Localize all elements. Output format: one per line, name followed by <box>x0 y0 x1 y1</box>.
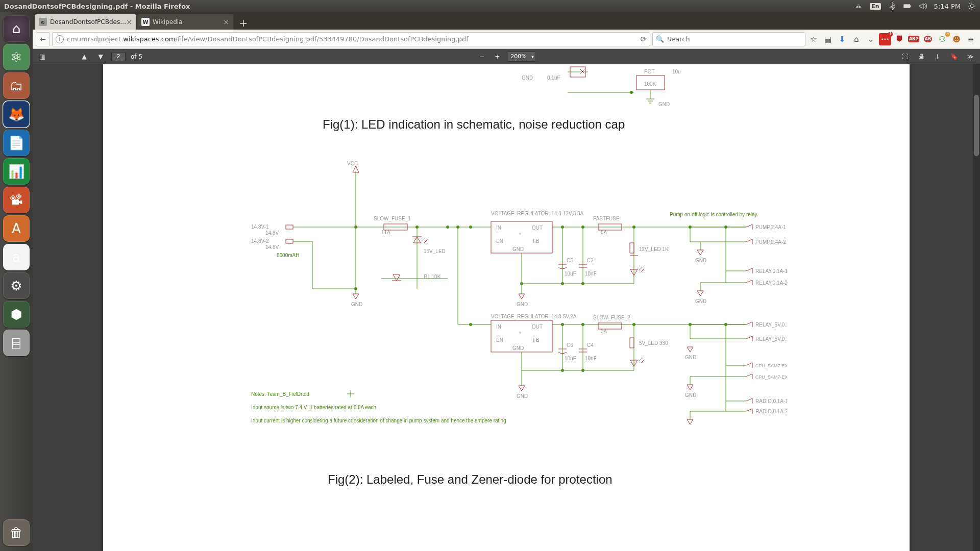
close-icon[interactable]: × <box>223 18 229 26</box>
svg-text:10uF: 10uF <box>565 356 576 361</box>
keyboard-lang[interactable]: En <box>870 3 880 10</box>
svg-text:CPU_SAM7-EXT256OLIMEX,0.8A-2: CPU_SAM7-EXT256OLIMEX,0.8A-2 <box>755 374 787 380</box>
svg-text:14.8V: 14.8V <box>265 244 279 250</box>
svg-point-72 <box>561 282 564 285</box>
session-gear-icon[interactable] <box>968 2 976 10</box>
svg-text:10nF: 10nF <box>585 356 597 361</box>
svg-text:RELAY,0.1A-1: RELAY,0.1A-1 <box>755 268 787 274</box>
clock[interactable]: 5:14 PM <box>934 3 961 10</box>
url-prefix: cmumrsdproject. <box>67 35 123 43</box>
launcher-files[interactable]: 🗂 <box>3 72 30 99</box>
tab-label: Wikipedia <box>153 18 183 26</box>
svg-rect-1 <box>910 5 911 7</box>
greasemonkey-icon[interactable]: ☻ <box>950 33 963 45</box>
svg-text:VCC: VCC <box>347 161 358 166</box>
svg-text:10u: 10u <box>672 69 681 74</box>
pocket-icon[interactable]: ⌄ <box>865 33 877 45</box>
pdf-viewport[interactable]: GND 0.1uF POT 100K 10u GND Fig(1): LED i… <box>33 64 980 551</box>
abp-icon[interactable]: ABP <box>908 33 920 45</box>
svg-text:C6: C6 <box>567 342 573 348</box>
sidebar-toggle-icon[interactable]: ▥ <box>37 51 48 62</box>
launcher-node[interactable]: ⬢ <box>3 301 30 328</box>
network-icon[interactable] <box>854 2 863 10</box>
new-tab-button[interactable]: + <box>236 16 251 30</box>
presentation-icon[interactable]: ⛶ <box>899 51 911 62</box>
download-icon[interactable]: ⭳ <box>932 51 943 62</box>
hamburger-menu-icon[interactable]: ≡ <box>965 33 977 45</box>
page-number-input[interactable] <box>111 52 126 61</box>
bookmark-view-icon[interactable]: 🔖 <box>948 51 960 62</box>
launcher-trash[interactable]: 🗑 <box>3 519 30 546</box>
svg-text:GND: GND <box>512 345 524 351</box>
launcher-disks[interactable]: ⌸ <box>3 330 30 356</box>
svg-rect-22 <box>286 225 293 229</box>
zoom-in-icon[interactable]: + <box>492 51 503 62</box>
abp2-icon[interactable]: AB <box>922 33 934 45</box>
launcher-impress[interactable]: 📽 <box>3 187 30 213</box>
page-up-icon[interactable]: ▲ <box>79 51 90 62</box>
launcher-firefox[interactable]: 🦊 <box>3 101 30 128</box>
search-bar[interactable]: 🔍 <box>652 32 805 46</box>
tab-wikipedia[interactable]: W Wikipedia × <box>137 14 233 30</box>
back-button[interactable]: ← <box>36 32 50 46</box>
svg-text:EN: EN <box>496 337 503 343</box>
svg-text:POT: POT <box>644 69 655 74</box>
lastpass-icon[interactable]: •••1 <box>879 33 891 45</box>
close-icon[interactable]: × <box>126 18 132 26</box>
launcher-settings[interactable]: ⚙ <box>3 272 30 299</box>
scrollbar-thumb[interactable] <box>974 95 979 156</box>
svg-text:IN: IN <box>496 225 501 231</box>
svg-text:10nF: 10nF <box>585 271 597 277</box>
launcher-atom[interactable]: ⚛ <box>3 44 30 70</box>
svg-text:C2: C2 <box>587 258 594 263</box>
bookmark-star-icon[interactable]: ☆ <box>807 33 820 45</box>
svg-text:Input source is two 7.4 V Li b: Input source is two 7.4 V Li batteries r… <box>251 405 376 410</box>
svg-text:GND: GND <box>351 302 362 307</box>
svg-text:10uF: 10uF <box>565 271 576 277</box>
tab-pdf[interactable]: ⎋ DosandDontsofPCBdes… × <box>35 14 136 30</box>
url-host: wikispaces.com <box>123 35 175 43</box>
svg-point-95 <box>469 323 472 326</box>
svg-text:14.8V-2: 14.8V-2 <box>251 238 269 244</box>
svg-rect-0 <box>903 5 910 8</box>
svg-text:FB: FB <box>533 337 540 343</box>
svg-text:Notes: Team_B_FielDroid: Notes: Team_B_FielDroid <box>251 391 309 397</box>
tools-icon[interactable]: ≫ <box>965 51 976 62</box>
svg-point-74 <box>520 282 523 285</box>
launcher-writer[interactable]: 📄 <box>3 130 30 156</box>
svg-point-2 <box>970 5 973 8</box>
svg-text:GND: GND <box>658 102 670 107</box>
launcher-calc[interactable]: 📊 <box>3 158 30 185</box>
downloads-icon[interactable]: ⬇ <box>836 33 848 45</box>
launcher-dash[interactable]: ⌂ <box>3 15 30 42</box>
launcher-software[interactable]: A <box>3 215 30 242</box>
svg-text:14.8V-1: 14.8V-1 <box>251 224 269 230</box>
svg-text:PUMP,2.4A-1: PUMP,2.4A-1 <box>755 224 786 230</box>
ubuntu-menubar: DosandDontsofPCBdesigning.pdf - Mozilla … <box>0 0 980 12</box>
battery-icon[interactable] <box>903 2 912 10</box>
print-icon[interactable]: 🖶 <box>916 51 927 62</box>
zoom-select[interactable]: 200% <box>507 52 536 62</box>
svg-text:R1 10K: R1 10K <box>424 274 441 280</box>
reload-icon[interactable]: ⟳ <box>640 35 647 44</box>
scrollbar[interactable] <box>973 64 980 551</box>
reading-list-icon[interactable]: ▤ <box>822 33 834 45</box>
wiki-favicon-icon: W <box>141 18 150 26</box>
volume-icon[interactable] <box>919 2 927 10</box>
page-count: of 5 <box>131 53 142 60</box>
ublock-icon[interactable]: ⛊ <box>893 33 905 45</box>
svg-text:GND: GND <box>517 393 528 399</box>
svg-text:100K: 100K <box>644 81 656 87</box>
zoom-out-icon[interactable]: − <box>476 51 487 62</box>
page-down-icon[interactable]: ▼ <box>95 51 106 62</box>
share-icon[interactable]: ⚇8 <box>936 33 948 45</box>
search-input[interactable] <box>667 35 802 43</box>
site-info-icon[interactable]: i <box>56 35 64 43</box>
svg-text:VOLTAGE_REGULATOR_14.8-12V,3.3: VOLTAGE_REGULATOR_14.8-12V,3.3A <box>491 211 584 216</box>
launcher-amazon[interactable]: a <box>3 244 30 270</box>
bluetooth-icon[interactable] <box>888 2 896 10</box>
url-bar[interactable]: i cmumrsdproject.wikispaces.com/file/vie… <box>52 32 650 46</box>
svg-text:SLOW_FUSE_1: SLOW_FUSE_1 <box>374 216 411 221</box>
home-icon[interactable]: ⌂ <box>850 33 863 45</box>
svg-text:14.8V: 14.8V <box>265 230 279 236</box>
